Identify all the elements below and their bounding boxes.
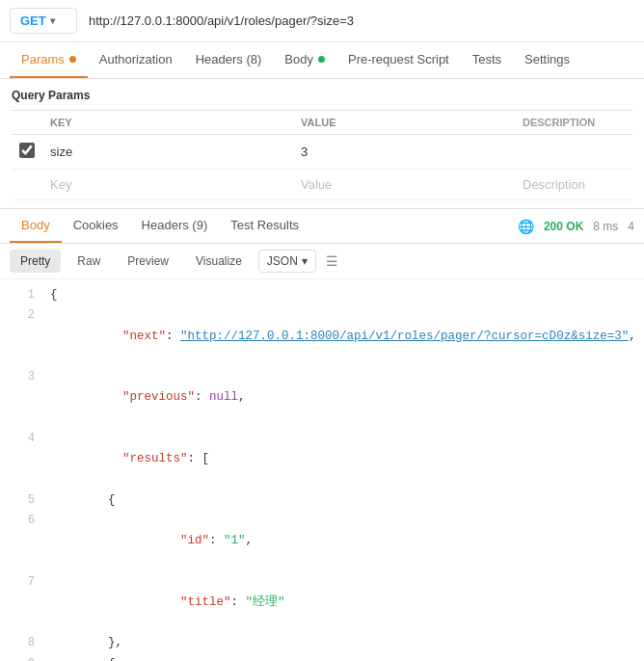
tab-response-testresults-label: Test Results [230,218,299,232]
json-viewer: 1 { 2 "next": "http://127.0.0.1:8000/api… [0,279,644,661]
json-line-8: 8 }, [0,633,644,653]
json-line-7: 7 "title": "经理" [0,572,644,634]
tab-response-body[interactable]: Body [10,209,62,243]
row-check-cell [12,135,42,170]
status-badge: 200 OK [544,220,583,233]
tab-response-headers-label: Headers (9) [142,218,208,232]
desc-col-header: DESCRIPTION [515,111,632,135]
tab-body[interactable]: Body [273,42,336,78]
body-dot [318,56,325,63]
globe-icon: 🌐 [518,219,534,234]
value-col-header: VALUE [293,111,515,135]
tab-response-headers[interactable]: Headers (9) [130,209,220,243]
json-line-1: 1 { [0,285,644,305]
json-format-label: JSON [267,254,298,268]
json-line-6: 6 "id": "1", [0,511,644,572]
tab-authorization-label: Authorization [99,52,173,66]
table-placeholder-row: Key Value Description [12,170,632,200]
tab-tests-label: Tests [472,52,501,66]
json-line-5: 5 { [0,490,644,511]
json-line-3: 3 "previous": null, [0,367,644,429]
tab-response-cookies[interactable]: Cookies [62,209,130,243]
json-line-4: 4 "results": [ [0,429,644,490]
json-line-9: 9 { [0,654,644,662]
response-size: 4 [628,220,634,233]
key-col-header: KEY [42,111,293,135]
tab-tests[interactable]: Tests [461,42,513,78]
tab-response-cookies-label: Cookies [73,218,119,232]
tab-settings-label: Settings [524,52,570,66]
tab-response-body-label: Body [21,218,50,232]
response-meta: 🌐 200 OK 8 ms 4 [518,219,634,234]
response-time: 8 ms [593,220,618,233]
url-input[interactable] [85,10,634,32]
tab-prerequest-label: Pre-request Script [348,52,449,66]
url-bar: GET ▾ [0,0,644,42]
tab-params[interactable]: Params [10,42,88,78]
method-select[interactable]: GET ▾ [10,8,77,34]
query-params-section: Query Params KEY VALUE DESCRIPTION size … [0,79,644,200]
format-visualize-btn[interactable]: Visualize [185,250,253,273]
method-label: GET [20,13,46,28]
row-key-cell: size [42,135,293,170]
tab-settings[interactable]: Settings [513,42,581,78]
tab-headers[interactable]: Headers (8) [184,42,274,78]
params-table: KEY VALUE DESCRIPTION size 3 Key Value D… [12,110,632,200]
format-preview-btn[interactable]: Preview [117,250,179,273]
tab-headers-label: Headers (8) [196,52,262,66]
row-desc-cell [515,135,632,170]
format-bar: Pretty Raw Preview Visualize JSON ▾ ☰ [0,244,644,279]
tab-authorization[interactable]: Authorization [88,42,184,78]
response-tab-bar: Body Cookies Headers (9) Test Results 🌐 … [0,208,644,244]
placeholder-key-cell[interactable]: Key [42,170,293,200]
format-pretty-btn[interactable]: Pretty [10,250,61,273]
method-chevron: ▾ [50,15,55,26]
row-value-cell: 3 [293,135,515,170]
table-row: size 3 [12,135,632,170]
wrap-icon[interactable]: ☰ [326,253,338,269]
json-line-2: 2 "next": "http://127.0.0.1:8000/api/v1/… [0,305,644,367]
tab-params-label: Params [21,52,65,66]
json-format-chevron: ▾ [302,254,308,268]
check-col-header [12,111,42,135]
placeholder-value-cell[interactable]: Value [293,170,515,200]
params-dot [69,56,76,63]
top-tab-bar: Params Authorization Headers (8) Body Pr… [0,42,644,79]
tab-response-testresults[interactable]: Test Results [219,209,310,243]
placeholder-check-cell [12,170,42,200]
row-checkbox[interactable] [19,143,35,158]
query-params-title: Query Params [12,89,632,102]
json-format-select[interactable]: JSON ▾ [258,250,316,273]
placeholder-desc-cell[interactable]: Description [515,170,632,200]
tab-prerequest[interactable]: Pre-request Script [336,42,461,78]
tab-body-label: Body [284,52,313,66]
format-raw-btn[interactable]: Raw [67,250,111,273]
